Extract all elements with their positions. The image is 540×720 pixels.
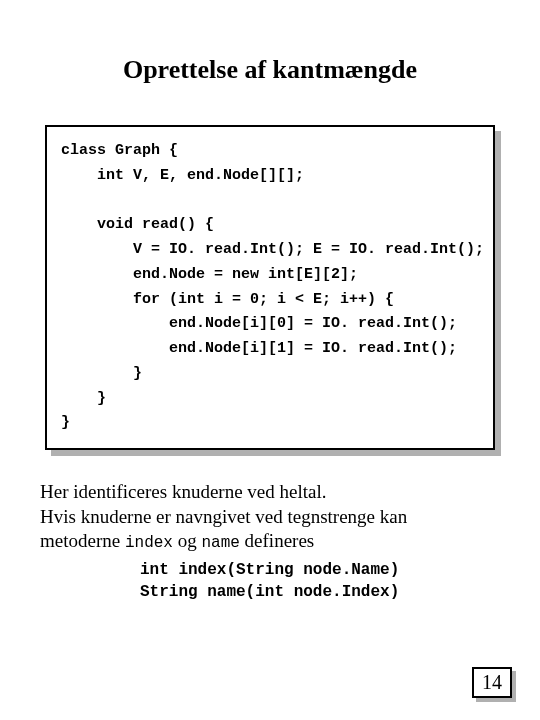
page-number-container: 14 [472, 667, 512, 698]
body-paragraph: Her identificeres knuderne ved heltal. H… [40, 480, 500, 554]
body-line-1: Her identificeres knuderne ved heltal. [40, 481, 326, 502]
body-line-2: Hvis knuderne er navngivet ved tegnstren… [40, 506, 407, 527]
body-line-3mid: og [173, 530, 202, 551]
inline-code-name: name [201, 534, 239, 552]
inline-code-index: index [125, 534, 173, 552]
page-number: 14 [472, 667, 512, 698]
page-title: Oprettelse af kantmængde [30, 55, 510, 85]
body-line-3a: metoderne [40, 530, 125, 551]
code-block-container: class Graph { int V, E, end.Node[][]; vo… [45, 125, 495, 450]
code-block: class Graph { int V, E, end.Node[][]; vo… [45, 125, 495, 450]
slide-page: Oprettelse af kantmængde class Graph { i… [0, 0, 540, 720]
signature-block: int index(String node.Name) String name(… [140, 560, 510, 603]
body-line-3b: defineres [240, 530, 314, 551]
